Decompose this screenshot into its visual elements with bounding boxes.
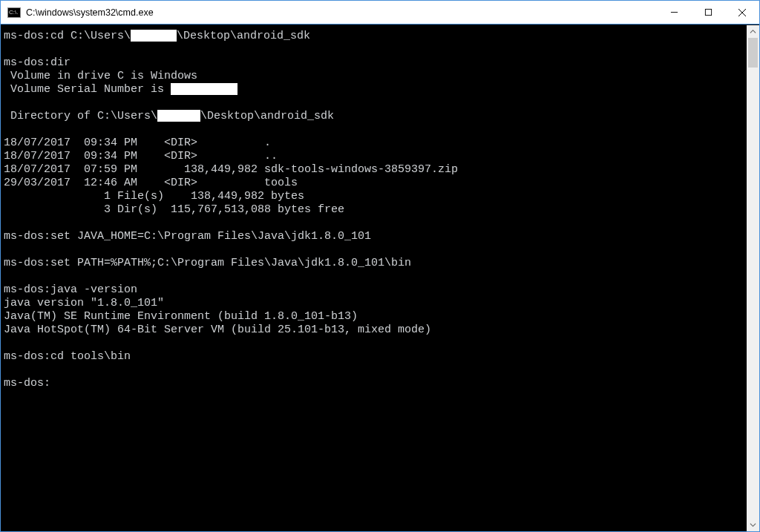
- terminal-line: [4, 217, 747, 230]
- terminal-text: ms-dos:set JAVA_HOME=C:\Program Files\Ja…: [4, 230, 371, 243]
- terminal-text: 18/07/2017 09:34 PM <DIR> ..: [4, 150, 278, 162]
- terminal-line: [4, 243, 747, 257]
- terminal-text: \Desktop\android_sdk: [177, 30, 310, 42]
- terminal-line: 18/07/2017 09:34 PM <DIR> .: [4, 137, 747, 150]
- maximize-button[interactable]: [691, 1, 725, 24]
- svg-rect-1: [705, 9, 711, 15]
- terminal-line: 1 File(s) 138,449,982 bytes: [4, 190, 747, 203]
- scroll-thumb[interactable]: [748, 38, 758, 68]
- terminal-text: 18/07/2017 07:59 PM 138,449,982 sdk-tool…: [4, 163, 458, 176]
- terminal-text: ms-dos:cd C:\Users\: [4, 30, 131, 42]
- terminal-line: ms-dos:cd C:\Users\\Desktop\android_sdk: [4, 30, 747, 43]
- scroll-track[interactable]: [747, 38, 759, 519]
- terminal-text: 3 Dir(s) 115,767,513,088 bytes free: [4, 203, 344, 216]
- terminal-text: ms-dos:cd tools\bin: [4, 350, 131, 363]
- terminal-line: 18/07/2017 09:34 PM <DIR> ..: [4, 150, 747, 163]
- terminal-line: ms-dos:set PATH=%PATH%;C:\Program Files\…: [4, 257, 747, 270]
- vertical-scrollbar[interactable]: [747, 25, 759, 531]
- terminal-text: ms-dos:java -version: [4, 283, 137, 296]
- terminal-line: [4, 43, 747, 56]
- terminal-line: Directory of C:\Users\\Desktop\android_s…: [4, 110, 747, 123]
- terminal-line: ms-dos:: [4, 377, 747, 390]
- terminal-line: Volume in drive C is Windows: [4, 70, 747, 83]
- window-controls: [657, 1, 759, 24]
- terminal-line: [4, 96, 747, 110]
- terminal-text: Volume in drive C is Windows: [4, 70, 197, 82]
- terminal-text: Java HotSpot(TM) 64-Bit Server VM (build…: [4, 324, 431, 336]
- terminal-line: [4, 337, 747, 350]
- terminal-text: 1 File(s) 138,449,982 bytes: [4, 190, 304, 203]
- redacted-text: [131, 30, 177, 42]
- terminal-line: [4, 270, 747, 283]
- terminal-line: Java(TM) SE Runtime Environment (build 1…: [4, 310, 747, 324]
- minimize-button[interactable]: [657, 1, 691, 24]
- titlebar[interactable]: C:\. C:\windows\system32\cmd.exe: [1, 1, 759, 24]
- terminal-text: 29/03/2017 12:46 AM <DIR> tools: [4, 177, 298, 189]
- terminal-line: Java HotSpot(TM) 64-Bit Server VM (build…: [4, 324, 747, 337]
- cmd-icon: C:\.: [7, 7, 21, 18]
- app-icon: C:\.: [7, 7, 22, 19]
- terminal-line: 3 Dir(s) 115,767,513,088 bytes free: [4, 203, 747, 217]
- terminal-line: ms-dos:set JAVA_HOME=C:\Program Files\Ja…: [4, 230, 747, 243]
- terminal-text: java version "1.8.0_101": [4, 297, 164, 309]
- terminal-text: \Desktop\android_sdk: [200, 110, 334, 122]
- terminal-text: Java(TM) SE Runtime Environment (build 1…: [4, 310, 358, 323]
- terminal-output[interactable]: ms-dos:cd C:\Users\\Desktop\android_sdk …: [1, 25, 747, 531]
- terminal-text: ms-dos:dir: [4, 56, 71, 69]
- terminal-line: 18/07/2017 07:59 PM 138,449,982 sdk-tool…: [4, 163, 747, 177]
- scroll-up-button[interactable]: [747, 25, 759, 38]
- close-button[interactable]: [725, 1, 759, 24]
- terminal-line: [4, 364, 747, 377]
- terminal-line: ms-dos:cd tools\bin: [4, 350, 747, 364]
- terminal-text: Volume Serial Number is: [4, 83, 171, 96]
- terminal-line: java version "1.8.0_101": [4, 297, 747, 310]
- redacted-text: [171, 83, 238, 95]
- redacted-text: [157, 110, 200, 122]
- window-title: C:\windows\system32\cmd.exe: [26, 7, 154, 18]
- terminal-line: Volume Serial Number is: [4, 83, 747, 96]
- terminal-text: Directory of C:\Users\: [4, 110, 157, 122]
- terminal-line: ms-dos:dir: [4, 56, 747, 70]
- terminal-text: 18/07/2017 09:34 PM <DIR> .: [4, 137, 271, 149]
- terminal-area: ms-dos:cd C:\Users\\Desktop\android_sdk …: [1, 24, 759, 531]
- scroll-down-button[interactable]: [747, 519, 759, 531]
- terminal-line: [4, 123, 747, 137]
- cmd-window: C:\. C:\windows\system32\cmd.exe ms-dos:…: [0, 0, 760, 532]
- terminal-text: ms-dos:: [4, 377, 50, 390]
- terminal-line: ms-dos:java -version: [4, 283, 747, 297]
- terminal-line: 29/03/2017 12:46 AM <DIR> tools: [4, 177, 747, 190]
- terminal-text: ms-dos:set PATH=%PATH%;C:\Program Files\…: [4, 257, 411, 269]
